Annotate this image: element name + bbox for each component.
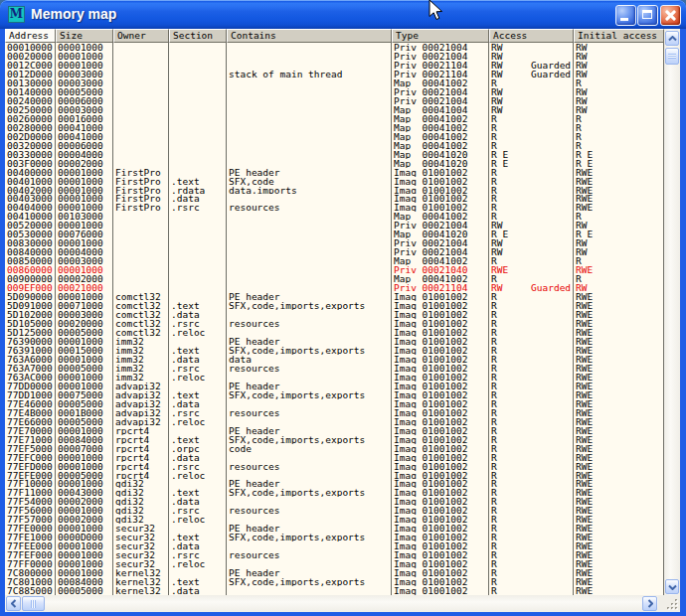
table-row[interactable]: 77FEF00000001000secur32.rsrcresourcesIma… (5, 550, 664, 559)
column-header-section[interactable]: Section (169, 29, 227, 43)
table-row[interactable]: 77EFD00000001000rpcrt4.rsrcresourcesImag… (5, 462, 664, 471)
cell-owner (113, 247, 169, 256)
table-row[interactable]: 77F5600000001000gdi32.rsrcresourcesImag … (5, 506, 664, 515)
table-row[interactable]: 009EF00000021000Priv 00021104RW GuardedR… (5, 283, 664, 292)
cell-access: RW Guarded (489, 61, 574, 70)
cell-initial-access: RWE (574, 168, 664, 177)
table-row[interactable]: 0085000000003000Map 00041002RR (5, 256, 664, 265)
title-bar[interactable]: M Memory map (0, 0, 686, 29)
table-row[interactable]: 0040100000001000FirstPro.textSFX,codeIma… (5, 177, 664, 186)
table-row[interactable]: 0053000000076000Map 00041020R ER E (5, 230, 664, 238)
table-row[interactable]: 77EF500000007000rpcrt4.orpccodeImag 0100… (5, 444, 664, 453)
column-header-type[interactable]: Type (392, 29, 489, 43)
table-row[interactable]: 77FE000000001000secur32PE headerImag 010… (5, 524, 664, 533)
table-row[interactable]: 0090000000002000Map 00041002RR (5, 274, 664, 283)
table-row[interactable]: 77DD100000075000advapi32.textSFX,code,im… (5, 390, 664, 399)
table-row[interactable]: 763AC00000001000imm32.relocImag 01001002… (5, 373, 664, 382)
column-header-owner[interactable]: Owner (113, 29, 169, 43)
table-row[interactable]: 77E4B0000001B000advapi32.rsrcresourcesIm… (5, 408, 664, 417)
table-row[interactable]: 0033000000004000Map 00041020R ER E (5, 150, 664, 159)
table-row[interactable]: 0012C00000001000Priv 00021104RW GuardedR… (5, 61, 664, 70)
table-row[interactable]: 77FE10000000D000secur32.textSFX,code,imp… (5, 533, 664, 541)
cell-contains: SFX,code,imports,exports (227, 533, 392, 541)
cell-section (169, 426, 227, 435)
table-row[interactable]: 77F5400000002000gdi32.dataImag 01001002R… (5, 497, 664, 506)
column-header-initial-access[interactable]: Initial access (574, 29, 664, 43)
table-row[interactable]: 5D09100000071000comctl32.textSFX,code,im… (5, 301, 664, 310)
table-row[interactable]: 0028000000041000Map 00041002RR (5, 123, 664, 132)
table-row[interactable]: 77E7100000084000rpcrt4.textSFX,code,impo… (5, 435, 664, 444)
table-row[interactable]: 5D10500000020000comctl32.rsrcresourcesIm… (5, 319, 664, 328)
table-row[interactable]: 002D000000041000Map 00041002RR (5, 132, 664, 141)
table-row[interactable]: 77E7000000001000rpcrt4PE headerImag 0100… (5, 426, 664, 435)
table-row[interactable]: 77EFE00000005000rpcrt4.relocImag 0100100… (5, 471, 664, 480)
table-row[interactable]: 7C88500000005000kernel32.dataImag 010010… (5, 586, 664, 595)
close-button[interactable] (660, 5, 681, 26)
minimize-button[interactable] (615, 5, 636, 26)
table-row[interactable]: 0086000000001000Priv 00021040RWERWE (5, 265, 664, 274)
table-row[interactable]: 7639100000015000imm32.textSFX,code,impor… (5, 346, 664, 355)
scroll-up-button[interactable] (665, 31, 679, 46)
column-header-access[interactable]: Access (489, 29, 574, 43)
table-row[interactable]: 77F1100000043000gdi32.textSFX,code,impor… (5, 488, 664, 497)
cell-owner: advapi32 (113, 417, 169, 426)
maximize-button[interactable] (637, 5, 658, 26)
cell-type: Imag 01001002 (392, 524, 489, 533)
vertical-scrollbar[interactable] (664, 29, 680, 595)
table-row[interactable]: 0025000000003000Map 00041004RWRW (5, 105, 664, 114)
cell-section (169, 123, 227, 132)
cell-owner (113, 150, 169, 159)
table-row[interactable]: 0083000000001000Priv 00021004RWRW (5, 238, 664, 247)
table-row[interactable]: 0040400000001000FirstPro.rsrcresourcesIm… (5, 203, 664, 212)
table-row[interactable]: 0032000000006000Map 00041002RR (5, 141, 664, 150)
table-row[interactable]: 5D12500000005000comctl32.relocImag 01001… (5, 328, 664, 337)
cell-address: 003F0000 (5, 159, 56, 168)
table-row[interactable]: 7C80100000084000kernel32.textSFX,code,im… (5, 577, 664, 586)
table-row[interactable]: 77FF000000001000secur32.relocImag 010010… (5, 559, 664, 568)
table-row[interactable]: 77FEE00000001000secur32.dataImag 0100100… (5, 541, 664, 550)
scroll-left-button[interactable] (6, 596, 21, 611)
cell-access: R (489, 568, 574, 577)
table-row[interactable]: 77E6600000005000advapi32.relocImag 01001… (5, 417, 664, 426)
table-row[interactable]: 5D09000000001000comctl32PE headerImag 01… (5, 292, 664, 301)
table-row[interactable]: 0040200000001000FirstPro.rdatadata,impor… (5, 186, 664, 195)
table-row[interactable]: 7639000000001000imm32PE headerImag 01001… (5, 337, 664, 346)
table-row[interactable]: 003F000000002000Map 00041020R ER E (5, 159, 664, 168)
column-header-size[interactable]: Size (56, 29, 113, 43)
table-row[interactable]: 763A700000005000imm32.rsrcresourcesImag … (5, 364, 664, 373)
table-row[interactable]: 0012D00000003000stack of main threadPriv… (5, 70, 664, 78)
table-row[interactable]: 0084000000004000Priv 00021004RWRW (5, 247, 664, 256)
table-row[interactable]: 77EFC00000001000rpcrt4.dataImag 01001002… (5, 453, 664, 462)
table-row[interactable]: 0014000000005000Priv 00021004RWRW (5, 87, 664, 96)
table-row[interactable]: 0026000000016000Map 00041002RR (5, 114, 664, 123)
table-row[interactable]: 0040300000001000FirstPro.dataImag 010010… (5, 194, 664, 203)
table-row[interactable]: 0040000000001000FirstProPE headerImag 01… (5, 168, 664, 177)
resize-grip[interactable] (658, 595, 680, 612)
table-row[interactable]: 0024000000006000Priv 00021004RWRW (5, 96, 664, 105)
table-row[interactable]: 5D10200000003000comctl32.dataImag 010010… (5, 310, 664, 319)
scroll-down-button[interactable] (665, 579, 679, 594)
table-row[interactable]: 0002000000001000Priv 00021004RWRW (5, 52, 664, 61)
column-header-contains[interactable]: Contains (227, 29, 392, 43)
horizontal-scrollbar[interactable] (5, 595, 658, 612)
table-row[interactable]: 77DD000000001000advapi32PE headerImag 01… (5, 382, 664, 390)
table-row[interactable]: 0052000000001000Priv 00021004RWRW (5, 221, 664, 230)
cell-owner: gdi32 (113, 479, 169, 488)
table-row[interactable]: 77F1000000001000gdi32PE headerImag 01001… (5, 479, 664, 488)
horizontal-scroll-thumb[interactable] (22, 596, 45, 611)
scroll-right-button[interactable] (642, 596, 657, 611)
vertical-scroll-thumb[interactable] (665, 48, 679, 65)
mouse-cursor-icon (429, 0, 443, 26)
table-row[interactable]: 0013000000003000Map 00041002RR (5, 78, 664, 87)
table-row[interactable]: 0001000000001000Priv 00021004RWRW (5, 43, 664, 52)
cell-size: 00001000 (56, 194, 113, 203)
cell-section (169, 141, 227, 150)
cell-size: 00001000 (56, 292, 113, 301)
table-row[interactable]: 0041000000103000Map 00041002RR (5, 212, 664, 221)
column-header-address[interactable]: Address (5, 29, 56, 43)
table-row[interactable]: 763A600000001000imm32.datadataImag 01001… (5, 355, 664, 364)
table-row[interactable]: 77E4600000005000advapi32.dataImag 010010… (5, 399, 664, 408)
table-row[interactable]: 7C80000000001000kernel32PE headerImag 01… (5, 568, 664, 577)
cell-access: R (489, 506, 574, 515)
table-row[interactable]: 77F5700000002000gdi32.relocImag 01001002… (5, 515, 664, 524)
